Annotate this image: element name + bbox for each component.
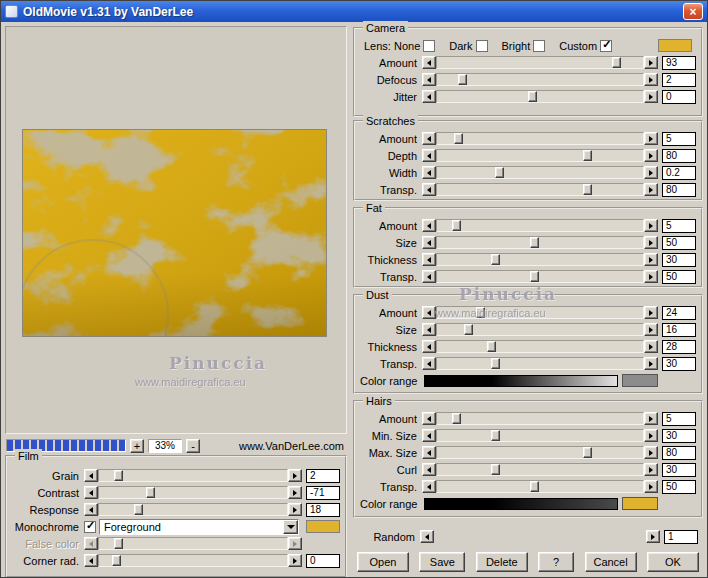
slider-right-arrow-button[interactable] (644, 149, 658, 162)
slider-value-box[interactable]: 30 (662, 357, 696, 371)
slider-track[interactable] (436, 56, 644, 69)
slider-track[interactable] (98, 469, 288, 482)
slider-left-arrow-button[interactable] (422, 236, 436, 249)
slider-value-box[interactable]: 5 (662, 132, 696, 146)
slider-thumb[interactable] (114, 538, 123, 549)
slider-thumb[interactable] (464, 324, 473, 335)
slider-left-arrow-button[interactable] (422, 183, 436, 196)
camera-defocus-slider[interactable]: Defocus2 (355, 71, 701, 88)
slider-track[interactable] (436, 270, 644, 283)
slider-right-arrow-button[interactable] (288, 503, 302, 516)
slider-value-box[interactable]: 2 (306, 469, 340, 483)
slider-right-arrow-button[interactable] (644, 480, 658, 493)
camera-amount-slider[interactable]: Amount93 (355, 54, 701, 71)
slider-thumb[interactable] (491, 430, 500, 441)
slider-right-arrow-button[interactable] (644, 236, 658, 249)
slider-right-arrow-button[interactable] (288, 469, 302, 482)
slider-right-arrow-button[interactable] (644, 73, 658, 86)
slider-thumb[interactable] (487, 341, 496, 352)
slider-right-arrow-button[interactable] (644, 412, 658, 425)
slider-left-arrow-button[interactable] (422, 219, 436, 232)
slider-value-box[interactable]: 30 (662, 463, 696, 477)
slider-thumb[interactable] (476, 307, 485, 318)
slider-value-box[interactable]: 0.2 (662, 166, 696, 180)
slider-right-arrow-button[interactable] (644, 429, 658, 442)
slider-thumb[interactable] (454, 133, 463, 144)
slider-track[interactable] (98, 537, 288, 550)
slider-value-box[interactable]: 50 (662, 270, 696, 284)
hairs-max-size-slider[interactable]: Max. Size80 (355, 444, 701, 461)
slider-left-arrow-button[interactable] (84, 486, 98, 499)
slider-left-arrow-button[interactable] (422, 253, 436, 266)
ok-button[interactable]: OK (647, 552, 699, 572)
slider-right-arrow-button[interactable] (288, 537, 302, 550)
slider-track[interactable] (436, 166, 644, 179)
random-slider[interactable]: Random1 (353, 528, 703, 545)
slider-value-box[interactable]: 80 (662, 183, 696, 197)
slider-value-box[interactable]: 24 (662, 306, 696, 320)
slider-thumb[interactable] (583, 447, 592, 458)
lens-none-checkbox[interactable] (423, 40, 435, 52)
slider-thumb[interactable] (491, 254, 500, 265)
slider-value-box[interactable]: 16 (662, 323, 696, 337)
fat-size-slider[interactable]: Size50 (355, 234, 701, 251)
close-button[interactable]: × (683, 3, 703, 20)
slider-track[interactable] (436, 357, 644, 370)
scratches-width-slider[interactable]: Width0.2 (355, 164, 701, 181)
dust-thickness-slider[interactable]: Thickness28 (355, 338, 701, 355)
slider-track[interactable] (436, 340, 644, 353)
dust-color-range[interactable]: Color range (355, 372, 701, 389)
zoom-out-button[interactable]: - (186, 439, 200, 453)
slider-track[interactable] (436, 183, 644, 196)
slider-left-arrow-button[interactable] (422, 480, 436, 493)
vanderlee-link[interactable]: www.VanDerLee.com (239, 440, 346, 452)
film-contrast-slider[interactable]: Contrast-71 (7, 484, 345, 501)
slider-left-arrow-button[interactable] (422, 412, 436, 425)
slider-value-box[interactable]: 80 (662, 149, 696, 163)
slider-track[interactable] (436, 429, 644, 442)
slider-track[interactable] (436, 446, 644, 459)
dust-amount-slider[interactable]: Amount24 (355, 304, 701, 321)
slider-left-arrow-button[interactable] (422, 340, 436, 353)
slider-left-arrow-button[interactable] (422, 90, 436, 103)
slider-value-box[interactable]: 80 (662, 446, 696, 460)
slider-right-arrow-button[interactable] (288, 554, 302, 567)
preview-image[interactable] (22, 129, 327, 337)
slider-left-arrow-button[interactable] (422, 323, 436, 336)
slider-left-arrow-button[interactable] (422, 166, 436, 179)
slider-left-arrow-button[interactable] (84, 537, 98, 550)
scratches-transp-slider[interactable]: Transp.80 (355, 181, 701, 198)
hairs-curl-slider[interactable]: Curl30 (355, 461, 701, 478)
open-button[interactable]: Open (357, 552, 409, 572)
slider-right-arrow-button[interactable] (644, 446, 658, 459)
slider-value-box[interactable]: 0 (662, 90, 696, 104)
slider-left-arrow-button[interactable] (422, 149, 436, 162)
slider-right-arrow-button[interactable] (288, 486, 302, 499)
zoom-in-button[interactable]: + (130, 439, 144, 453)
slider-track[interactable] (436, 323, 644, 336)
slider-thumb[interactable] (452, 220, 461, 231)
slider-track[interactable] (98, 503, 288, 516)
slider-left-arrow-button[interactable] (420, 530, 434, 543)
chevron-down-icon[interactable] (283, 520, 298, 534)
slider-left-arrow-button[interactable] (84, 469, 98, 482)
slider-thumb[interactable] (146, 487, 155, 498)
slider-left-arrow-button[interactable] (422, 429, 436, 442)
color-range-swatch[interactable] (622, 497, 658, 510)
slider-thumb[interactable] (458, 74, 467, 85)
slider-right-arrow-button[interactable] (644, 166, 658, 179)
hairs-amount-slider[interactable]: Amount5 (355, 410, 701, 427)
film-grain-slider[interactable]: Grain2 (7, 467, 345, 484)
slider-value-box[interactable]: 50 (662, 236, 696, 250)
slider-left-arrow-button[interactable] (84, 554, 98, 567)
slider-value-box[interactable]: 0 (306, 554, 340, 568)
slider-track[interactable] (436, 306, 644, 319)
scratches-depth-slider[interactable]: Depth80 (355, 147, 701, 164)
slider-right-arrow-button[interactable] (644, 463, 658, 476)
title-bar[interactable]: OldMovie v1.31 by VanDerLee × (1, 1, 707, 22)
hairs-transp-slider[interactable]: Transp.50 (355, 478, 701, 495)
slider-thumb[interactable] (530, 481, 539, 492)
slider-thumb[interactable] (530, 271, 539, 282)
slider-left-arrow-button[interactable] (422, 73, 436, 86)
slider-left-arrow-button[interactable] (84, 503, 98, 516)
